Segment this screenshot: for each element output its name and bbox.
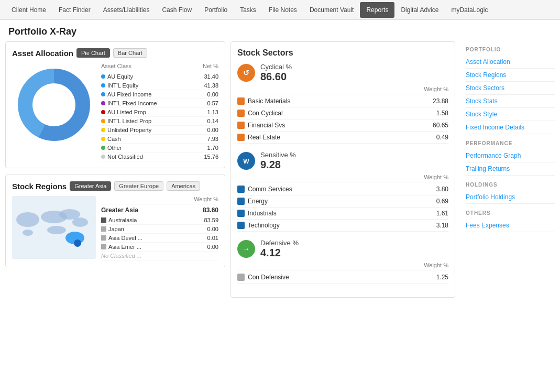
- sector-row: Basic Materials 23.88: [237, 95, 448, 107]
- sidebar-link-stock-regions[interactable]: Stock Regions: [466, 69, 555, 82]
- greater-europe-tab[interactable]: Greater Europe: [114, 181, 163, 191]
- nav-item-portfolio[interactable]: Portfolio: [198, 2, 234, 18]
- nav-item-reports[interactable]: Reports: [360, 2, 394, 18]
- sidebar-link-trailing-returns[interactable]: Trailing Returns: [466, 162, 555, 176]
- alloc-dot: [101, 110, 105, 114]
- sector-color: [237, 97, 245, 105]
- sector-color: [237, 110, 245, 117]
- right-panel: PORTFOLIO Asset AllocationStock RegionsS…: [460, 41, 555, 298]
- nav-item-digital-advice[interactable]: Digital Advice: [394, 2, 445, 18]
- pie-chart-tab[interactable]: Pie Chart: [76, 48, 110, 58]
- sector-cyclical-icon: ↺: [237, 64, 255, 82]
- sector-weight-header: Weight %: [237, 86, 448, 94]
- region-sub-row: Asia Emer ... 0.00: [101, 243, 218, 252]
- region-name: Greater Asia: [101, 206, 138, 214]
- sector-group-defensive: → Defensive % 4.12 Weight % Con Defensiv…: [237, 239, 448, 284]
- alloc-table-header: Asset Class Net %: [101, 63, 218, 71]
- sector-label: Energy: [248, 198, 268, 205]
- performance-links: Performance GraphTrailing Returns: [466, 149, 555, 176]
- alloc-label: Cash: [107, 136, 121, 142]
- center-panel: Stock Sectors ↺ Cyclical % 86.60 Weight …: [225, 41, 460, 298]
- alloc-label: Unlisted Property: [107, 127, 151, 133]
- nav-item-cash-flow[interactable]: Cash Flow: [156, 2, 198, 18]
- sector-color: [237, 274, 245, 281]
- alloc-row: Cash 7.93: [101, 135, 218, 144]
- alloc-label: AU Listed Prop: [107, 109, 146, 115]
- region-bar: [101, 217, 106, 223]
- sector-label: Industrials: [248, 210, 277, 217]
- regions-table: Weight % Greater Asia 83.60 Australasia …: [101, 196, 218, 260]
- nav-item-fact-finder[interactable]: Fact Finder: [52, 2, 97, 18]
- sidebar-link-fees-expenses[interactable]: Fees Expenses: [466, 219, 555, 232]
- sector-label: Con Defensive: [248, 274, 289, 281]
- alloc-dot: [101, 155, 105, 159]
- sector-value: 3.18: [436, 222, 448, 229]
- nav-item-mydatalogic[interactable]: myDataLogic: [445, 2, 494, 18]
- sidebar-link-asset-allocation[interactable]: Asset Allocation: [466, 56, 555, 69]
- alloc-row: INT'L Equity 41.38: [101, 81, 218, 90]
- nav-item-file-notes[interactable]: File Notes: [262, 2, 303, 18]
- holdings-sidebar-label: HOLDINGS: [466, 182, 555, 188]
- sector-value: 1.61: [436, 210, 448, 217]
- alloc-row: AU Listed Prop 1.13: [101, 108, 218, 117]
- greater-asia-tab[interactable]: Greater Asia: [70, 181, 111, 191]
- nav-item-client-home[interactable]: Client Home: [5, 2, 52, 18]
- alloc-dot: [101, 92, 105, 96]
- region-main-row: Greater Asia 83.60: [101, 206, 218, 214]
- sector-row: Industrials 1.61: [237, 208, 448, 220]
- region-sub-value: 83.59: [204, 217, 218, 223]
- region-sub-rows: Australasia 83.59 Japan 0.00 Asia Devel …: [101, 216, 218, 252]
- sidebar-link-stock-sectors[interactable]: Stock Sectors: [466, 82, 555, 95]
- alloc-row: AU Equity 31.40: [101, 72, 218, 81]
- sector-row: Energy 0.69: [237, 195, 448, 208]
- alloc-value: 31.40: [204, 73, 218, 80]
- sidebar-link-stock-style[interactable]: Stock Style: [466, 108, 555, 121]
- performance-sidebar-label: PERFORMANCE: [466, 140, 555, 146]
- sector-label: Comm Services: [248, 186, 292, 193]
- region-sub-row: Australasia 83.59: [101, 216, 218, 225]
- nav-item-tasks[interactable]: Tasks: [234, 2, 262, 18]
- alloc-label: INT'L Equity: [107, 82, 138, 89]
- sector-group-label: Sensitive %: [260, 151, 296, 159]
- sector-label: Con Cyclical: [248, 110, 283, 117]
- asset-allocation-title: Asset Allocation: [12, 49, 73, 58]
- sector-row: Con Defensive 1.25: [237, 271, 448, 284]
- region-sub-value: 0.00: [207, 244, 218, 250]
- alloc-value: 1.70: [207, 145, 218, 151]
- svg-point-14: [47, 226, 66, 234]
- alloc-value: 1.13: [207, 109, 218, 115]
- sector-value: 3.80: [436, 186, 448, 193]
- alloc-value: 0.57: [207, 100, 218, 106]
- page-title: Portfolio X-Ray: [0, 20, 560, 41]
- sector-row: Con Cyclical 1.58: [237, 107, 448, 119]
- others-sidebar-label: OTHERS: [466, 210, 555, 216]
- svg-point-8: [33, 84, 75, 126]
- svg-point-17: [74, 239, 81, 247]
- svg-point-15: [23, 230, 33, 236]
- sector-color: [237, 210, 245, 217]
- region-sub-label-text: Australasia: [108, 217, 137, 223]
- bar-chart-tab[interactable]: Bar Chart: [113, 48, 147, 58]
- sector-value: 23.88: [433, 97, 448, 105]
- alloc-value: 41.38: [204, 82, 218, 89]
- stock-sectors-card: Stock Sectors ↺ Cyclical % 86.60 Weight …: [230, 41, 455, 298]
- sidebar-link-performance-graph[interactable]: Performance Graph: [466, 149, 555, 162]
- sector-group-label: Defensive %: [260, 239, 299, 247]
- region-sub-value: 0.00: [207, 226, 218, 232]
- sector-label: Technology: [248, 222, 280, 229]
- sector-color: [237, 186, 245, 193]
- asset-alloc-content: Asset Class Net % AU Equity 31.40 INT'L …: [12, 63, 218, 161]
- sidebar-link-fixed-income-details[interactable]: Fixed Income Details: [466, 121, 555, 134]
- sector-defensive-icon: →: [237, 240, 255, 258]
- world-map: [12, 196, 96, 259]
- nav-item-assets-liabilities[interactable]: Assets/Liabilities: [97, 2, 156, 18]
- sidebar-link-stock-stats[interactable]: Stock Stats: [466, 95, 555, 108]
- region-truncated: No Classified ...: [101, 252, 218, 260]
- sector-weight-header: Weight %: [237, 262, 448, 270]
- sector-color: [237, 222, 245, 229]
- americas-tab[interactable]: Americas: [167, 181, 200, 191]
- alloc-dot: [101, 83, 105, 88]
- sector-value: 0.69: [436, 198, 448, 205]
- sidebar-link-portfolio-holdings[interactable]: Portfolio Holdings: [466, 191, 555, 204]
- nav-item-document-vault[interactable]: Document Vault: [303, 2, 360, 18]
